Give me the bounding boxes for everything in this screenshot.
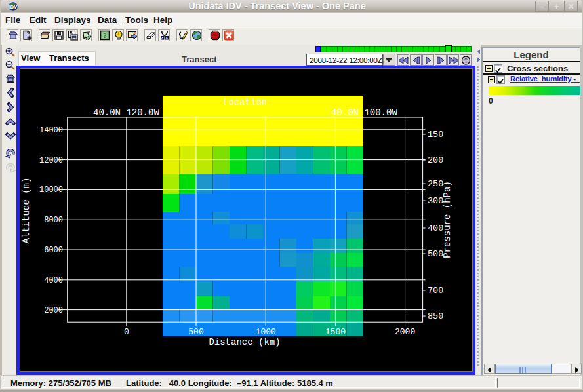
svg-text:10000: 10000 <box>39 186 63 195</box>
svg-text:2000: 2000 <box>395 327 415 337</box>
svg-text:40.0N 120.0W: 40.0N 120.0W <box>93 108 159 118</box>
svg-text:Altitude (m): Altitude (m) <box>21 178 31 244</box>
svg-text:?: ? <box>104 31 107 39</box>
svg-text:2000: 2000 <box>44 306 63 315</box>
svg-text:850: 850 <box>428 311 443 321</box>
svg-text:0: 0 <box>124 327 129 337</box>
svg-text:1500: 1500 <box>325 327 346 337</box>
svg-text:Location: Location <box>223 97 267 108</box>
svg-text:40.0N 100.0W: 40.0N 100.0W <box>331 108 397 118</box>
svg-text:6000: 6000 <box>44 246 63 255</box>
svg-text:150: 150 <box>428 130 443 140</box>
svg-text:Pressure (hPa): Pressure (hPa) <box>442 181 452 258</box>
svg-text:200: 200 <box>428 155 443 165</box>
svg-text:250: 250 <box>428 179 443 189</box>
svg-text:14000: 14000 <box>39 126 63 135</box>
svg-text:1000: 1000 <box>256 327 276 337</box>
svg-text:8000: 8000 <box>44 216 63 225</box>
svg-text:500: 500 <box>188 327 203 337</box>
svg-text:Distance (km): Distance (km) <box>209 337 280 347</box>
svg-text:4000: 4000 <box>44 276 63 285</box>
svg-text:12000: 12000 <box>39 156 63 165</box>
svg-text:300: 300 <box>428 196 443 206</box>
svg-text:400: 400 <box>428 224 443 233</box>
svg-text:700: 700 <box>428 286 443 296</box>
svg-text:500: 500 <box>428 249 443 259</box>
